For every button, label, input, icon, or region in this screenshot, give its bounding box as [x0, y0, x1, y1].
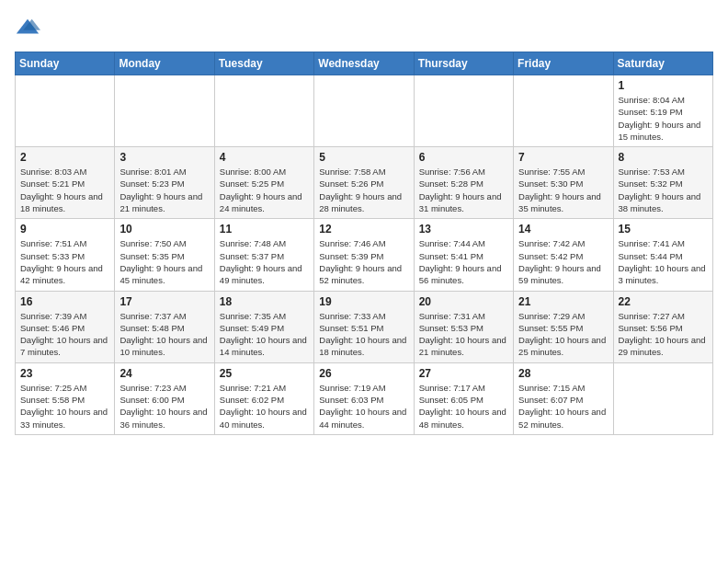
day-info: Sunrise: 7:48 AM Sunset: 5:37 PM Dayligh… [220, 237, 309, 286]
header-monday: Monday [115, 52, 214, 75]
day-number: 3 [119, 151, 209, 164]
calendar-cell: 28Sunrise: 7:15 AM Sunset: 6:07 PM Dayli… [514, 362, 613, 434]
day-info: Sunrise: 7:31 AM Sunset: 5:53 PM Dayligh… [419, 310, 508, 359]
calendar-week-row: 1Sunrise: 8:04 AM Sunset: 5:19 PM Daylig… [16, 75, 713, 147]
day-info: Sunrise: 7:44 AM Sunset: 5:41 PM Dayligh… [419, 237, 508, 286]
calendar-week-row: 2Sunrise: 8:03 AM Sunset: 5:21 PM Daylig… [16, 147, 713, 219]
day-info: Sunrise: 7:37 AM Sunset: 5:48 PM Dayligh… [119, 310, 209, 359]
day-number: 19 [319, 295, 408, 308]
calendar-cell: 24Sunrise: 7:23 AM Sunset: 6:00 PM Dayli… [115, 362, 214, 434]
calendar-cell: 7Sunrise: 7:55 AM Sunset: 5:30 PM Daylig… [514, 147, 613, 219]
calendar-cell: 16Sunrise: 7:39 AM Sunset: 5:46 PM Dayli… [16, 291, 115, 362]
day-info: Sunrise: 7:58 AM Sunset: 5:26 PM Dayligh… [319, 166, 408, 214]
calendar-cell: 4Sunrise: 8:00 AM Sunset: 5:25 PM Daylig… [214, 147, 313, 219]
day-info: Sunrise: 7:56 AM Sunset: 5:28 PM Dayligh… [419, 166, 508, 214]
day-info: Sunrise: 7:35 AM Sunset: 5:49 PM Dayligh… [220, 310, 309, 359]
day-info: Sunrise: 7:15 AM Sunset: 6:07 PM Dayligh… [518, 382, 608, 431]
day-number: 23 [20, 367, 109, 380]
day-info: Sunrise: 7:46 AM Sunset: 5:39 PM Dayligh… [319, 237, 408, 286]
calendar-cell [16, 75, 115, 147]
day-number: 16 [20, 295, 109, 308]
calendar-cell: 23Sunrise: 7:25 AM Sunset: 5:58 PM Dayli… [16, 362, 115, 434]
day-number: 21 [518, 295, 608, 308]
day-number: 14 [518, 223, 608, 236]
calendar-week-row: 16Sunrise: 7:39 AM Sunset: 5:46 PM Dayli… [16, 291, 713, 362]
day-info: Sunrise: 7:55 AM Sunset: 5:30 PM Dayligh… [518, 166, 608, 214]
day-number: 18 [220, 295, 309, 308]
calendar-cell: 10Sunrise: 7:50 AM Sunset: 5:35 PM Dayli… [115, 219, 214, 291]
calendar-header-row: SundayMondayTuesdayWednesdayThursdayFrid… [16, 52, 713, 75]
calendar-cell: 17Sunrise: 7:37 AM Sunset: 5:48 PM Dayli… [115, 291, 214, 362]
calendar-week-row: 9Sunrise: 7:51 AM Sunset: 5:33 PM Daylig… [16, 219, 713, 291]
calendar-cell [314, 75, 414, 147]
header-sunday: Sunday [16, 52, 115, 75]
header-thursday: Thursday [414, 52, 513, 75]
day-info: Sunrise: 8:03 AM Sunset: 5:21 PM Dayligh… [20, 166, 109, 214]
calendar-cell [214, 75, 313, 147]
calendar-cell: 15Sunrise: 7:41 AM Sunset: 5:44 PM Dayli… [613, 219, 712, 291]
header [15, 15, 713, 40]
calendar-cell: 26Sunrise: 7:19 AM Sunset: 6:03 PM Dayli… [314, 362, 414, 434]
calendar-cell: 9Sunrise: 7:51 AM Sunset: 5:33 PM Daylig… [16, 219, 115, 291]
calendar-cell [613, 362, 712, 434]
calendar-cell [414, 75, 513, 147]
day-info: Sunrise: 8:01 AM Sunset: 5:23 PM Dayligh… [119, 166, 209, 214]
calendar-cell: 19Sunrise: 7:33 AM Sunset: 5:51 PM Dayli… [314, 291, 414, 362]
calendar-cell: 14Sunrise: 7:42 AM Sunset: 5:42 PM Dayli… [514, 219, 613, 291]
calendar-cell: 25Sunrise: 7:21 AM Sunset: 6:02 PM Dayli… [214, 362, 313, 434]
calendar-cell: 1Sunrise: 8:04 AM Sunset: 5:19 PM Daylig… [613, 75, 712, 147]
day-number: 1 [619, 79, 708, 92]
day-number: 12 [319, 223, 408, 236]
day-info: Sunrise: 7:17 AM Sunset: 6:05 PM Dayligh… [419, 382, 508, 431]
day-number: 10 [119, 223, 209, 236]
day-number: 5 [319, 151, 408, 164]
day-number: 27 [419, 367, 508, 380]
calendar-cell: 5Sunrise: 7:58 AM Sunset: 5:26 PM Daylig… [314, 147, 414, 219]
day-number: 17 [119, 295, 209, 308]
day-info: Sunrise: 7:33 AM Sunset: 5:51 PM Dayligh… [319, 310, 408, 359]
day-info: Sunrise: 7:41 AM Sunset: 5:44 PM Dayligh… [619, 237, 708, 286]
day-number: 22 [619, 295, 708, 308]
calendar-cell [115, 75, 214, 147]
day-number: 20 [419, 295, 508, 308]
day-number: 13 [419, 223, 508, 236]
day-info: Sunrise: 7:29 AM Sunset: 5:55 PM Dayligh… [518, 310, 608, 359]
day-number: 4 [220, 151, 309, 164]
header-saturday: Saturday [613, 52, 712, 75]
day-number: 2 [20, 151, 109, 164]
calendar-cell: 27Sunrise: 7:17 AM Sunset: 6:05 PM Dayli… [414, 362, 513, 434]
logo [15, 15, 42, 40]
header-tuesday: Tuesday [214, 52, 313, 75]
day-number: 25 [220, 367, 309, 380]
calendar-cell: 22Sunrise: 7:27 AM Sunset: 5:56 PM Dayli… [613, 291, 712, 362]
day-number: 11 [220, 223, 309, 236]
calendar-cell: 11Sunrise: 7:48 AM Sunset: 5:37 PM Dayli… [214, 219, 313, 291]
calendar-cell: 12Sunrise: 7:46 AM Sunset: 5:39 PM Dayli… [314, 219, 414, 291]
day-number: 6 [419, 151, 508, 164]
day-number: 8 [619, 151, 708, 164]
day-info: Sunrise: 7:25 AM Sunset: 5:58 PM Dayligh… [20, 382, 109, 431]
day-info: Sunrise: 7:39 AM Sunset: 5:46 PM Dayligh… [20, 310, 109, 359]
header-friday: Friday [514, 52, 613, 75]
day-info: Sunrise: 7:50 AM Sunset: 5:35 PM Dayligh… [119, 237, 209, 286]
header-wednesday: Wednesday [314, 52, 414, 75]
day-info: Sunrise: 7:19 AM Sunset: 6:03 PM Dayligh… [319, 382, 408, 431]
calendar-cell [514, 75, 613, 147]
day-number: 7 [518, 151, 608, 164]
calendar-cell: 8Sunrise: 7:53 AM Sunset: 5:32 PM Daylig… [613, 147, 712, 219]
calendar-cell: 6Sunrise: 7:56 AM Sunset: 5:28 PM Daylig… [414, 147, 513, 219]
day-number: 24 [119, 367, 209, 380]
day-number: 9 [20, 223, 109, 236]
calendar-cell: 21Sunrise: 7:29 AM Sunset: 5:55 PM Dayli… [514, 291, 613, 362]
calendar-cell: 3Sunrise: 8:01 AM Sunset: 5:23 PM Daylig… [115, 147, 214, 219]
day-number: 15 [619, 223, 708, 236]
day-number: 28 [518, 367, 608, 380]
calendar-cell: 20Sunrise: 7:31 AM Sunset: 5:53 PM Dayli… [414, 291, 513, 362]
day-info: Sunrise: 7:51 AM Sunset: 5:33 PM Dayligh… [20, 237, 109, 286]
calendar-cell: 18Sunrise: 7:35 AM Sunset: 5:49 PM Dayli… [214, 291, 313, 362]
day-info: Sunrise: 7:27 AM Sunset: 5:56 PM Dayligh… [619, 310, 708, 359]
logo-icon [15, 15, 40, 40]
calendar-week-row: 23Sunrise: 7:25 AM Sunset: 5:58 PM Dayli… [16, 362, 713, 434]
day-number: 26 [319, 367, 408, 380]
calendar-cell: 2Sunrise: 8:03 AM Sunset: 5:21 PM Daylig… [16, 147, 115, 219]
